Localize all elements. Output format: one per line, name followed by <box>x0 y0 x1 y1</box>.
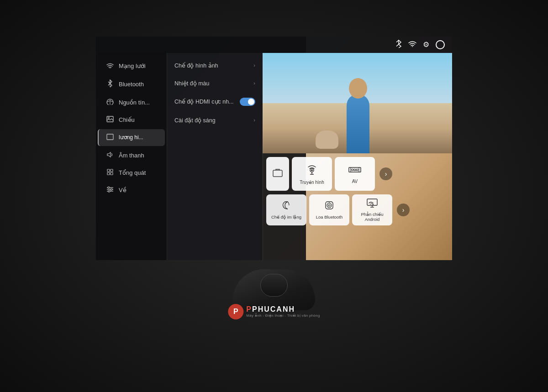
svg-point-0 <box>412 46 413 47</box>
mid-item-hinh-anh[interactable]: Chế độ hình ảnh › <box>167 57 263 74</box>
mid-item-label: Nhiệt độ màu <box>174 80 209 87</box>
svg-rect-3 <box>107 116 113 122</box>
sidebar-item-label: Mạng lưới <box>119 63 146 69</box>
hero-image <box>263 53 452 153</box>
sidebar-item-mang-luoi[interactable]: Mạng lưới <box>99 58 164 74</box>
volume-icon <box>106 152 114 159</box>
brand-name-text: PHUCANH <box>252 305 295 313</box>
mid-item-do-sang[interactable]: Cài đặt độ sáng › <box>167 111 263 129</box>
svg-point-26 <box>356 169 358 171</box>
sidebar-item-bluetooth[interactable]: Bluetooth <box>99 75 164 94</box>
svg-rect-6 <box>107 169 110 172</box>
card-che-do-im-lang-label: Chế độ im lặng <box>271 214 301 220</box>
partial-card-icon <box>273 168 283 181</box>
svg-point-13 <box>108 187 110 188</box>
svg-rect-7 <box>111 169 113 172</box>
sidebar-item-chieu[interactable]: Chiếu <box>99 111 164 128</box>
svg-point-4 <box>108 117 110 119</box>
av-icon <box>348 165 361 176</box>
hdmi-toggle[interactable] <box>240 98 255 106</box>
sidebar-item-label: Âm thanh <box>119 152 144 159</box>
sidebar: Mạng lưới Bluetooth <box>96 53 167 260</box>
svg-rect-16 <box>273 170 282 177</box>
grid-icon <box>106 169 114 177</box>
brand-symbol: P <box>233 308 238 316</box>
svg-point-25 <box>354 169 356 171</box>
svg-point-15 <box>108 190 110 192</box>
svg-point-28 <box>327 203 332 208</box>
mid-panel: Chế độ hình ảnh › Nhiệt độ màu › Chế độ … <box>167 53 263 260</box>
chevron-right-icon: › <box>253 117 255 123</box>
status-bar: ⚙ <box>96 37 452 53</box>
sliders-icon <box>106 134 114 141</box>
card-phan-chieu-android[interactable]: Phản chiếu Android <box>352 194 392 225</box>
sidebar-item-luong-hi[interactable]: lương hi... <box>98 129 165 146</box>
svg-point-30 <box>329 203 330 204</box>
speaker-icon <box>324 200 334 212</box>
sidebar-item-label: Nguồn tín... <box>119 99 150 106</box>
card-partial[interactable] <box>266 157 289 191</box>
card-av[interactable]: AV <box>335 157 375 191</box>
card-truyen-hinh-label: Truyền hình <box>300 180 324 185</box>
sidebar-item-label: lương hi... <box>119 134 143 141</box>
bluetooth-icon <box>106 79 114 89</box>
cards-row2-next[interactable]: › <box>397 204 410 216</box>
svg-point-34 <box>373 204 374 205</box>
cards-row-1: Truyền hình <box>263 153 452 193</box>
right-content: Truyền hình <box>263 53 452 260</box>
card-phan-chieu-android-label: Phản chiếu Android <box>356 212 389 222</box>
moon-icon <box>281 200 291 212</box>
signal-icon <box>106 99 114 106</box>
svg-point-29 <box>328 204 330 206</box>
svg-point-24 <box>352 169 353 171</box>
svg-rect-8 <box>107 172 110 175</box>
chevron-right-icon: › <box>253 63 255 68</box>
brand-logo-area: P PPHUCANH Máy ảnh - Điện thoại - Thiết … <box>228 304 320 319</box>
sidebar-item-label: Chiếu <box>119 116 135 123</box>
svg-point-14 <box>111 188 112 190</box>
svg-rect-9 <box>111 172 113 175</box>
settings-status-icon[interactable]: ⚙ <box>423 40 429 49</box>
svg-rect-5 <box>107 134 113 140</box>
sidebar-item-ve[interactable]: Về <box>99 182 164 199</box>
card-truyen-hinh[interactable]: Truyền hình <box>292 157 332 191</box>
brand-tagline: Máy ảnh - Điện thoại - Thiết bị văn phòn… <box>246 314 320 318</box>
card-av-label: AV <box>352 179 358 184</box>
sidebar-item-label: Tổng quát <box>119 169 146 176</box>
sidebar-item-am-thanh[interactable]: Âm thanh <box>99 147 164 164</box>
card-loa-bluetooth-label: Loa Bluetooth <box>316 214 343 220</box>
mid-item-hdmi-mode[interactable]: Chế độ HDMI cực nh... <box>167 92 263 111</box>
svg-point-18 <box>311 169 313 171</box>
wifi-icon <box>106 63 114 70</box>
broadcast-icon <box>306 164 318 177</box>
cast-icon <box>367 199 378 209</box>
mid-item-label: Chế độ hình ảnh <box>174 62 218 69</box>
panel-divider <box>263 53 263 260</box>
brand-icon: P <box>228 304 243 319</box>
svg-point-1 <box>110 68 111 68</box>
mid-item-label: Cài đặt độ sáng <box>174 117 216 124</box>
bluetooth-status-icon <box>395 40 402 49</box>
image-icon <box>106 116 114 124</box>
mid-item-nhiet-do-mau[interactable]: Nhiệt độ màu › <box>167 74 263 92</box>
cards-row-2: Chế độ im lặng Loa Bluetooth <box>263 193 452 229</box>
cards-row1-next[interactable]: › <box>379 167 392 180</box>
wifi-status-icon <box>408 41 416 48</box>
assistant-status-icon[interactable] <box>436 40 445 49</box>
mid-item-label: Chế độ HDMI cực nh... <box>174 98 234 105</box>
brand-name: PPHUCANH <box>246 305 320 314</box>
sidebar-item-tong-quat[interactable]: Tổng quát <box>99 164 164 181</box>
chevron-right-icon: › <box>253 80 255 86</box>
sidebar-item-nguon-tin[interactable]: Nguồn tín... <box>99 94 164 111</box>
tune-icon <box>106 186 114 194</box>
sidebar-item-label: Bluetooth <box>119 81 144 88</box>
sidebar-item-label: Về <box>119 187 126 193</box>
card-che-do-im-lang[interactable]: Chế độ im lặng <box>266 194 306 225</box>
card-loa-bluetooth[interactable]: Loa Bluetooth <box>309 194 349 225</box>
